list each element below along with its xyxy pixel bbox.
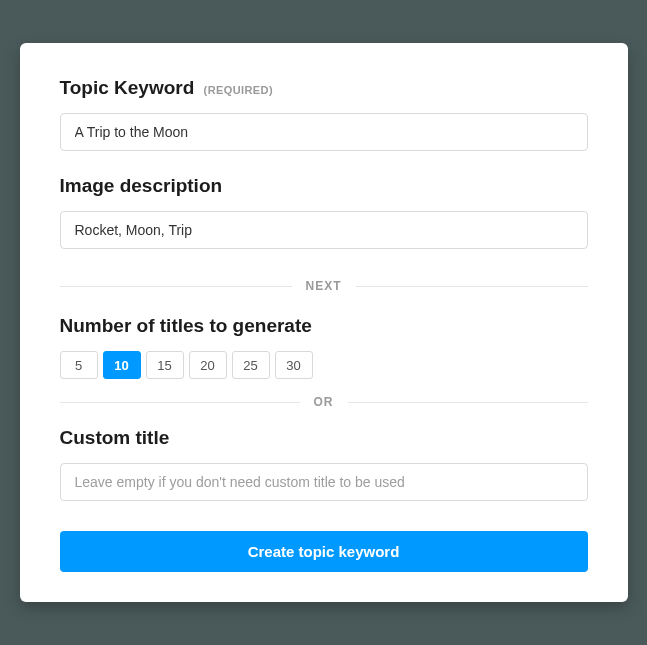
titles-count-option-25[interactable]: 25 bbox=[232, 351, 270, 379]
image-description-label: Image description bbox=[60, 175, 588, 197]
or-divider: OR bbox=[60, 395, 588, 409]
required-tag: (REQUIRED) bbox=[204, 84, 273, 96]
topic-keyword-label-text: Topic Keyword bbox=[60, 77, 195, 98]
create-topic-keyword-button[interactable]: Create topic keyword bbox=[60, 531, 588, 572]
titles-count-option-30[interactable]: 30 bbox=[275, 351, 313, 379]
image-description-input[interactable] bbox=[60, 211, 588, 249]
or-divider-label: OR bbox=[300, 395, 348, 409]
next-divider-label: NEXT bbox=[292, 279, 356, 293]
custom-title-group: Custom title bbox=[60, 427, 588, 501]
titles-count-option-5[interactable]: 5 bbox=[60, 351, 98, 379]
next-divider: NEXT bbox=[60, 279, 588, 293]
titles-count-label: Number of titles to generate bbox=[60, 315, 588, 337]
topic-keyword-input[interactable] bbox=[60, 113, 588, 151]
titles-count-option-10[interactable]: 10 bbox=[103, 351, 141, 379]
titles-count-option-15[interactable]: 15 bbox=[146, 351, 184, 379]
titles-count-option-20[interactable]: 20 bbox=[189, 351, 227, 379]
custom-title-input[interactable] bbox=[60, 463, 588, 501]
image-description-group: Image description bbox=[60, 175, 588, 249]
titles-count-group: Number of titles to generate 51015202530 bbox=[60, 315, 588, 379]
titles-count-options: 51015202530 bbox=[60, 351, 588, 379]
topic-keyword-label: Topic Keyword (REQUIRED) bbox=[60, 77, 588, 99]
custom-title-label: Custom title bbox=[60, 427, 588, 449]
topic-keyword-group: Topic Keyword (REQUIRED) bbox=[60, 77, 588, 151]
form-card: Topic Keyword (REQUIRED) Image descripti… bbox=[20, 43, 628, 602]
